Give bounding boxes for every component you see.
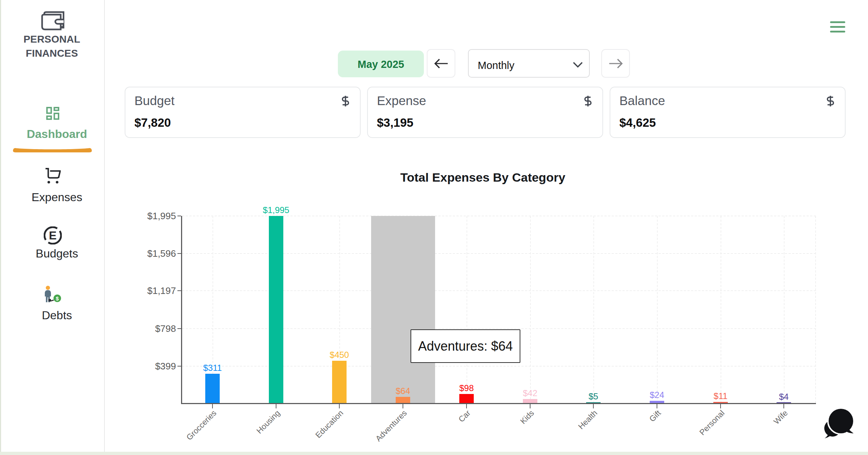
svg-text:$: $ bbox=[56, 295, 59, 302]
svg-text:E: E bbox=[49, 229, 56, 242]
